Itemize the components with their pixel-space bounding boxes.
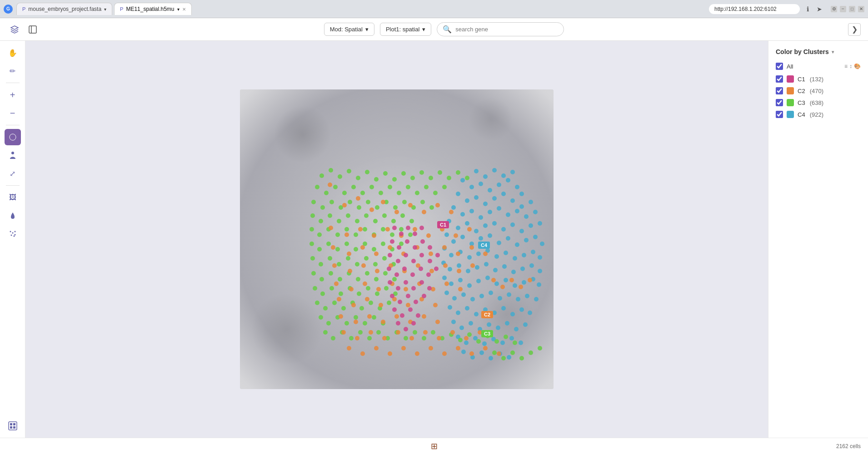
svg-point-192: [393, 205, 398, 210]
svg-point-249: [374, 277, 379, 281]
share-btn[interactable]: ➤: [815, 5, 823, 13]
svg-point-69: [533, 235, 538, 239]
svg-rect-11: [9, 422, 17, 430]
remove-tool-btn[interactable]: −: [5, 105, 21, 121]
layer-icon-bottom[interactable]: [5, 418, 21, 434]
sort-icon[interactable]: ↕: [849, 63, 852, 69]
scatter-tool-btn[interactable]: [5, 226, 21, 242]
svg-point-434: [419, 280, 424, 285]
svg-point-423: [387, 266, 391, 271]
settings-btn[interactable]: ⚙: [831, 6, 837, 12]
address-text: http://192.168.1.202:6102: [714, 6, 777, 12]
cluster-c2-checkbox[interactable]: [776, 87, 783, 94]
svg-point-399: [497, 351, 501, 356]
svg-point-275: [354, 315, 358, 320]
svg-point-16: [474, 169, 479, 173]
svg-point-133: [496, 326, 500, 330]
svg-point-443: [408, 307, 413, 312]
image-tool-btn[interactable]: 🖼: [5, 189, 21, 206]
all-clusters-label: All: [787, 63, 793, 70]
maximize-btn[interactable]: □: [849, 6, 855, 12]
svg-point-424: [394, 272, 399, 277]
svg-point-63: [479, 236, 483, 241]
minimize-btn[interactable]: −: [840, 6, 846, 12]
svg-point-404: [528, 278, 532, 282]
pan-tool-btn[interactable]: ✋: [5, 44, 21, 61]
svg-point-276: [363, 321, 367, 326]
cluster-c4-checkbox[interactable]: [776, 111, 783, 118]
cluster-c1-checkbox[interactable]: [776, 75, 783, 83]
svg-point-147: [479, 350, 484, 355]
svg-point-406: [399, 232, 404, 236]
svg-point-312: [394, 210, 399, 214]
main-area: ✋ ✏ + − ⤢ 🖼: [0, 41, 868, 438]
svg-point-416: [388, 253, 392, 257]
svg-point-303: [510, 350, 515, 355]
filter-icon[interactable]: ≡: [844, 63, 848, 69]
address-bar[interactable]: http://192.168.1.202:6102: [709, 4, 800, 14]
app-container: Mod: Spatial ▾ Plot1: spatial ▾ 🔍 ❯ ✋ ✏ …: [0, 18, 868, 454]
svg-point-190: [375, 205, 379, 210]
close-btn[interactable]: ✕: [858, 6, 864, 12]
cluster-c3-count: (638): [810, 99, 823, 106]
plot-dropdown[interactable]: Plot1: spatial ▾: [380, 23, 431, 36]
layers-btn[interactable]: [7, 22, 22, 37]
svg-point-32: [483, 202, 488, 206]
draw-tool-btn[interactable]: ✏: [5, 63, 21, 79]
svg-point-47: [533, 210, 538, 214]
svg-point-19: [501, 173, 506, 178]
tab-project[interactable]: P mouse_embryos_project.fasta ▾: [16, 3, 112, 15]
svg-point-320: [372, 233, 376, 238]
spatial-plot[interactable]: C1 C4 C2 C3: [240, 89, 554, 389]
svg-point-36: [519, 204, 524, 209]
svg-point-49: [456, 226, 460, 230]
panel-chevron-icon[interactable]: ▾: [832, 49, 834, 54]
svg-point-163: [429, 176, 433, 180]
select-region-btn[interactable]: [5, 129, 21, 145]
svg-point-274: [344, 321, 349, 326]
svg-point-295: [467, 332, 472, 337]
svg-point-27: [515, 185, 519, 189]
svg-point-160: [401, 171, 406, 176]
mod-dropdown[interactable]: Mod: Spatial ▾: [324, 23, 374, 36]
browser-chrome: G P mouse_embryos_project.fasta ▾ P ME11…: [0, 0, 868, 18]
svg-point-114: [507, 292, 511, 297]
svg-point-247: [356, 277, 360, 281]
svg-point-129: [459, 326, 464, 330]
drop-tool-btn[interactable]: [5, 207, 21, 224]
color-icon[interactable]: 🎨: [854, 63, 861, 69]
svg-point-396: [456, 346, 460, 350]
cluster-c4-count: (922): [810, 111, 823, 118]
cluster-c1-label: C1: [798, 76, 805, 83]
cluster-c3-checkbox[interactable]: [776, 99, 783, 106]
svg-point-184: [320, 205, 325, 210]
svg-point-226: [354, 247, 358, 252]
svg-point-445: [396, 321, 400, 326]
all-clusters-checkbox[interactable]: [776, 63, 783, 70]
canvas-area[interactable]: C1 C4 C2 C3: [25, 41, 768, 438]
svg-point-125: [510, 312, 515, 316]
tab-spatial[interactable]: P ME11_spatial.h5mu ▾ ✕: [114, 3, 191, 15]
svg-point-156: [365, 170, 369, 174]
svg-point-203: [364, 213, 369, 218]
person-tool-btn[interactable]: [5, 147, 21, 163]
panel-toggle-btn[interactable]: [25, 22, 40, 37]
info-btn[interactable]: ℹ: [803, 5, 812, 13]
svg-point-403: [519, 285, 523, 289]
svg-point-412: [405, 239, 409, 244]
expand-panel-btn[interactable]: ❯: [848, 23, 861, 36]
cluster-c2-color: [787, 87, 794, 94]
expand-tool-btn[interactable]: ⤢: [5, 165, 21, 182]
svg-point-446: [404, 327, 408, 331]
svg-point-86: [466, 269, 470, 273]
gene-search-input[interactable]: [455, 26, 558, 33]
tab-close-btn[interactable]: ✕: [182, 7, 186, 12]
svg-point-290: [422, 336, 426, 340]
svg-point-262: [315, 301, 319, 305]
add-tool-btn[interactable]: +: [5, 87, 21, 103]
svg-point-67: [515, 242, 519, 247]
svg-point-107: [444, 291, 449, 295]
svg-point-205: [382, 213, 387, 218]
svg-point-59: [444, 232, 449, 237]
svg-point-212: [335, 232, 340, 237]
